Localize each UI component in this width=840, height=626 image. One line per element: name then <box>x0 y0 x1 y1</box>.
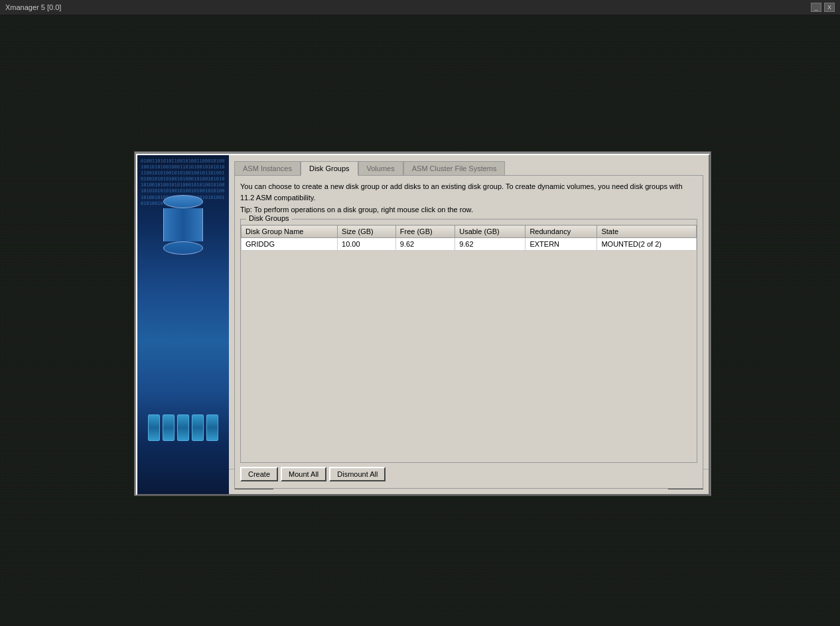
mount-all-button[interactable]: Mount All <box>281 467 326 481</box>
col-state: State <box>597 225 697 238</box>
rack-2 <box>163 414 175 441</box>
dismount-all-button[interactable]: Dismount All <box>329 467 385 481</box>
table-row[interactable]: GRIDDG 10.00 9.62 9.62 EXTERN MOUNTED(2 … <box>242 238 697 251</box>
left-panel: 0100110101011001010011000101001001010100… <box>137 155 229 494</box>
title-bar-controls: _ X <box>811 3 835 12</box>
tab-asm-instances[interactable]: ASM Instances <box>234 161 301 176</box>
create-button[interactable]: Create <box>240 467 278 481</box>
cell-redundancy: EXTERN <box>525 238 597 251</box>
cell-usable: 9.62 <box>455 238 525 251</box>
tab-asm-cluster-fs[interactable]: ASM Cluster File Systems <box>403 161 506 176</box>
cell-free: 9.62 <box>395 238 455 251</box>
table-body: GRIDDG 10.00 9.62 9.62 EXTERN MOUNTED(2 … <box>242 238 697 251</box>
database-icon <box>163 195 203 255</box>
cell-state: MOUNTED(2 of 2) <box>597 238 697 251</box>
info-text: You can choose to create a new disk grou… <box>240 181 697 203</box>
col-usable: Usable (GB) <box>455 225 525 238</box>
minimize-button[interactable]: _ <box>811 3 821 12</box>
title-bar: Xmanager 5 [0.0] _ X <box>0 0 840 15</box>
col-redundancy: Redundancy <box>525 225 597 238</box>
buttons-area: Create Mount All Dismount All <box>240 463 697 483</box>
tip-text: Tip: To perform operations on a disk gro… <box>240 206 697 214</box>
col-size: Size (GB) <box>338 225 396 238</box>
cell-name: GRIDDG <box>242 238 338 251</box>
disk-groups-frame: Disk Groups Disk Group Name Size (GB) Fr… <box>240 219 697 463</box>
header-row: Disk Group Name Size (GB) Free (GB) Usab… <box>242 225 697 238</box>
rack-4 <box>192 414 204 441</box>
table-container[interactable]: Disk Group Name Size (GB) Free (GB) Usab… <box>241 225 697 462</box>
tab-disk-groups[interactable]: Disk Groups <box>301 161 358 176</box>
col-name: Disk Group Name <box>242 225 338 238</box>
tab-volumes[interactable]: Volumes <box>358 161 403 176</box>
db-body <box>163 208 203 241</box>
disk-groups-table: Disk Group Name Size (GB) Free (GB) Usab… <box>241 225 697 251</box>
tabs-container: ASM Instances Disk Groups Volumes ASM Cl… <box>234 160 703 175</box>
db-top <box>163 195 203 208</box>
close-button[interactable]: X <box>824 3 835 12</box>
rack-3 <box>177 414 189 441</box>
db-bottom <box>163 241 203 255</box>
main-dialog: 0100110101011001010011000101001001010100… <box>136 154 710 495</box>
col-free: Free (GB) <box>395 225 455 238</box>
table-header: Disk Group Name Size (GB) Free (GB) Usab… <box>242 225 697 238</box>
content-panel: You can choose to create a new disk grou… <box>234 175 703 489</box>
rack-5 <box>206 414 218 441</box>
right-content: ASM Instances Disk Groups Volumes ASM Cl… <box>229 155 709 494</box>
cell-size: 10.00 <box>338 238 396 251</box>
frame-label: Disk Groups <box>246 214 292 222</box>
server-racks <box>148 414 218 441</box>
rack-1 <box>148 414 160 441</box>
app-title: Xmanager 5 [0.0] <box>5 3 61 11</box>
